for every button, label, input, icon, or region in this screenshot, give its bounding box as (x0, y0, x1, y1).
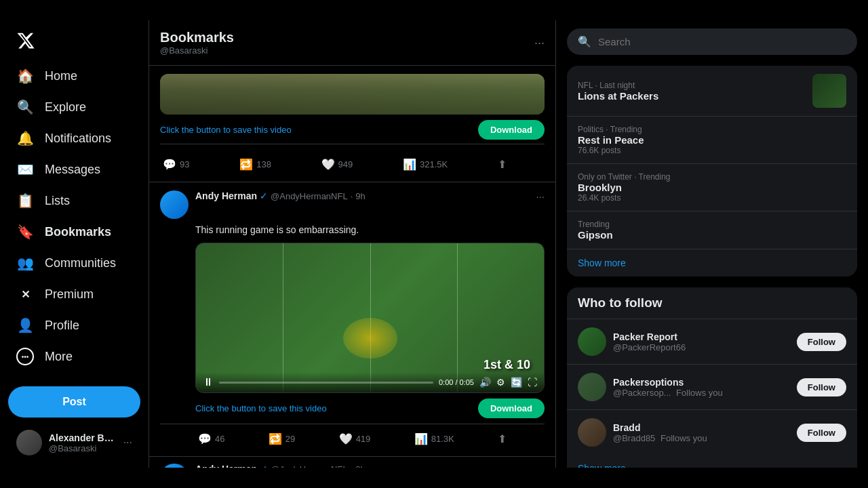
like-icon-prev: 🤍 (321, 158, 335, 171)
sidebar-item-notifications[interactable]: 🔔 Notifications (8, 123, 140, 154)
like-icon-1: 🤍 (339, 432, 353, 445)
reply-icon-1: 💬 (198, 432, 212, 445)
follow-item-1: Packer Report @PackerReport66 Follow (567, 319, 857, 364)
tweet-meta-1: Andy Herman ✓ @AndyHermanNFL · 9h (195, 190, 529, 201)
sidebar-item-messages[interactable]: ✉️ Messages (8, 154, 140, 185)
play-pause-button-1[interactable]: ⏸ (203, 376, 214, 388)
messages-label: Messages (45, 163, 100, 177)
trending-topic-gipson: Gipson (578, 229, 846, 241)
trending-category-rip: Politics · Trending (578, 125, 846, 134)
views-count-1: 81.3K (431, 434, 454, 444)
save-video-link-1[interactable]: Click the button to save this video (195, 403, 327, 413)
more-icon: ••• (16, 348, 34, 365)
retweet-count-prev: 138 (256, 159, 271, 169)
sidebar-item-profile[interactable]: 👤 Profile (8, 310, 140, 341)
trending-category-nfl: NFL · Last night (578, 81, 658, 90)
lists-icon: 📋 (16, 192, 34, 209)
search-input[interactable] (598, 36, 846, 47)
retweet-action-prev[interactable]: 🔁 138 (237, 155, 274, 174)
video-player-1[interactable]: 1st & 10 ⏸ 0:00 / 0:05 🔊 ⚙ 🔄 ⛶ (196, 243, 544, 392)
reply-icon-prev: 💬 (163, 158, 176, 171)
tweet-avatar-1[interactable] (160, 190, 189, 219)
trending-item-rip[interactable]: Politics · Trending Rest in Peace 76.6K … (567, 117, 857, 164)
who-to-follow-show-more[interactable]: Show more (567, 455, 857, 468)
tweet-card-2: Andy Herman ✓ @AndyHermanNFL · 8h ··· Re… (149, 457, 555, 468)
sidebar-item-more[interactable]: ••• More (8, 341, 140, 372)
follow-avatar-2[interactable] (578, 373, 606, 401)
follow-info-3: Bradd @Bradd85 Follows you (613, 422, 790, 443)
views-icon-prev: 📊 (403, 158, 416, 171)
x-logo[interactable] (8, 26, 140, 58)
tweet-author-name-1: Andy Herman (195, 190, 257, 201)
trending-topic-nfl: Lions at Packers (578, 90, 658, 102)
progress-bar-1[interactable] (219, 382, 433, 384)
like-action-1[interactable]: 🤍 419 (336, 430, 374, 448)
sidebar-item-explore[interactable]: 🔍 Explore (8, 92, 140, 123)
reply-count-prev: 93 (180, 159, 189, 169)
explore-label: Explore (45, 100, 86, 115)
follow-name-3: Bradd (613, 422, 790, 433)
tweet-author-row-1: Andy Herman ✓ @AndyHermanNFL · 9h (195, 190, 529, 201)
sidebar-item-home[interactable]: 🏠 Home (8, 60, 140, 92)
notifications-label: Notifications (45, 131, 111, 146)
bookmarks-icon: 🔖 (16, 223, 34, 241)
explore-icon: 🔍 (16, 98, 34, 116)
center-feed: Bookmarks @Basaraski ··· Click the butto… (149, 20, 556, 468)
views-action-1[interactable]: 📊 81.3K (412, 430, 457, 448)
follow-handle-1: @PackerReport66 (613, 342, 790, 352)
download-button-prev[interactable]: Download (478, 120, 545, 140)
sidebar-item-bookmarks[interactable]: 🔖 Bookmarks (8, 216, 140, 247)
premium-label: Premium (45, 287, 94, 302)
share-action-prev[interactable]: ⬆ (495, 155, 509, 174)
follow-button-2[interactable]: Follow (797, 378, 846, 396)
search-bar[interactable]: 🔍 (567, 28, 857, 55)
fullscreen-icon-1[interactable]: ⛶ (528, 377, 537, 388)
trending-item-brooklyn[interactable]: Only on Twitter · Trending Brooklyn 26.4… (567, 164, 857, 211)
download-button-1[interactable]: Download (478, 399, 545, 418)
user-menu-icon: ··· (123, 436, 132, 449)
reply-action-prev[interactable]: 💬 93 (160, 155, 192, 174)
trending-item-nfl[interactable]: NFL · Last night Lions at Packers (567, 66, 857, 117)
views-action-prev[interactable]: 📊 321.5K (400, 155, 450, 174)
trending-show-more[interactable]: Show more (567, 249, 857, 277)
sidebar-item-lists[interactable]: 📋 Lists (8, 185, 140, 216)
trending-item-gipson[interactable]: Trending Gipson (567, 211, 857, 249)
follow-button-1[interactable]: Follow (797, 333, 846, 351)
more-label: More (45, 350, 73, 364)
tweet-handle-1: @AndyHermanNFL (271, 191, 348, 201)
premium-icon: ✕ (16, 285, 34, 303)
bookmarks-label: Bookmarks (45, 225, 111, 239)
feed-more-button[interactable]: ··· (534, 36, 545, 50)
retweet-action-1[interactable]: 🔁 29 (266, 430, 298, 448)
notifications-icon: 🔔 (16, 129, 34, 147)
post-button[interactable]: Post (8, 386, 140, 418)
tweet-more-button-1[interactable]: ··· (536, 190, 545, 202)
share-icon-prev: ⬆ (498, 158, 507, 171)
messages-icon: ✉️ (16, 161, 34, 178)
follow-item-3: Bradd @Bradd85 Follows you Follow (567, 409, 857, 455)
sidebar-user[interactable]: Alexander Basara ... @Basaraski ··· (8, 423, 140, 462)
feed-title: Bookmarks (160, 30, 234, 45)
search-icon: 🔍 (578, 35, 591, 48)
settings-icon-1[interactable]: ⚙ (496, 377, 505, 388)
like-count-prev: 949 (338, 159, 353, 169)
right-sidebar: 🔍 NFL · Last night Lions at Packers Poli… (556, 20, 868, 468)
player-cluster (343, 318, 397, 359)
communities-icon: 👥 (16, 254, 34, 272)
reply-action-1[interactable]: 💬 46 (195, 430, 227, 448)
retweet-icon-prev: 🔁 (239, 158, 253, 171)
share-action-1[interactable]: ⬆ (495, 430, 509, 448)
sidebar-item-premium[interactable]: ✕ Premium (8, 279, 140, 310)
like-action-prev[interactable]: 🤍 949 (319, 155, 356, 174)
follow-avatar-3[interactable] (578, 418, 606, 447)
save-video-link-prev[interactable]: Click the button to save this video (160, 125, 292, 135)
home-icon: 🏠 (16, 67, 34, 85)
loop-icon-1[interactable]: 🔄 (511, 377, 522, 388)
follow-avatar-1[interactable] (578, 327, 606, 356)
trending-count-brooklyn: 26.4K posts (578, 193, 846, 203)
volume-icon-1[interactable]: 🔊 (479, 377, 491, 388)
follows-you-badge-2: Follows you (676, 388, 723, 398)
tweet-actions-prev: 💬 93 🔁 138 🤍 949 📊 321.5K ⬆ (160, 150, 545, 174)
follow-button-3[interactable]: Follow (797, 424, 846, 442)
sidebar-item-communities[interactable]: 👥 Communities (8, 247, 140, 279)
